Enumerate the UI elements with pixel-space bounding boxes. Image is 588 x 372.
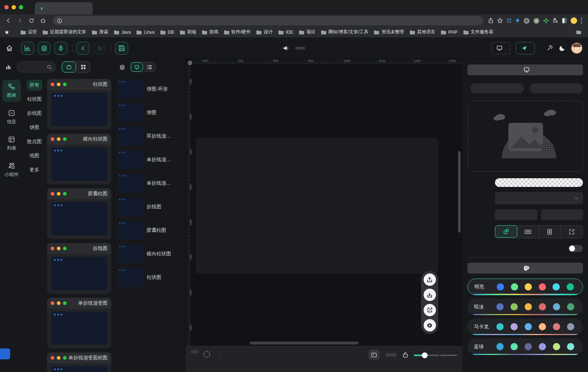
board-chart-5[interactable]	[348, 178, 411, 217]
settings-gear-icon[interactable]	[424, 319, 436, 331]
green-star-extension-icon[interactable]	[543, 18, 549, 24]
bookmark-folder[interactable]: 游戏	[202, 29, 218, 35]
magic-wand-icon[interactable]	[546, 45, 553, 51]
bookmark-folder[interactable]: 项目	[299, 29, 315, 35]
component-card[interactable]: 折线图	[47, 243, 111, 294]
close-window-button[interactable]	[4, 5, 9, 9]
component-card[interactable]: 柱状图	[47, 79, 111, 130]
board-chart-0[interactable]	[203, 142, 272, 185]
theme-color-header[interactable]	[467, 263, 583, 273]
edit-button[interactable]	[424, 304, 436, 316]
bookmark-folder[interactable]: Java	[114, 29, 131, 35]
charts-drawer-button[interactable]	[21, 42, 34, 55]
category-item[interactable]: 折线图	[24, 108, 45, 119]
horizontal-scrollbar[interactable]	[250, 342, 358, 344]
zoom-slider-knob[interactable]	[422, 352, 428, 358]
zoom-slider[interactable]	[414, 352, 457, 358]
publish-button[interactable]	[516, 42, 535, 54]
fit-stretch-button[interactable]	[561, 226, 583, 238]
user-avatar[interactable]	[571, 43, 582, 54]
theme-row-暗淡[interactable]: 暗淡	[467, 298, 583, 315]
back-icon[interactable]	[4, 16, 13, 25]
layer-item[interactable]: 折线图	[117, 197, 182, 216]
browser-tab[interactable]	[35, 2, 93, 14]
layer-item[interactable]: 胶囊柱图	[117, 221, 182, 240]
minimize-window-button[interactable]	[12, 5, 16, 9]
bookmark-folder[interactable]: 运营	[20, 29, 37, 35]
fit-height-button[interactable]	[539, 226, 561, 238]
sidebar-item-1[interactable]: A信息	[2, 106, 21, 128]
help-icon[interactable]	[203, 351, 210, 358]
component-card[interactable]: 横向柱状图	[47, 134, 111, 184]
search-input[interactable]	[17, 62, 56, 72]
clear-background-button[interactable]	[495, 209, 537, 220]
reload-icon[interactable]	[27, 16, 36, 25]
category-item[interactable]: 所有	[27, 80, 42, 91]
bookmark-folder[interactable]: PHP	[441, 29, 458, 35]
fit-scale-button[interactable]	[495, 225, 517, 238]
bookmark-folder[interactable]: 软件/硬件	[224, 29, 251, 35]
bookmark-folder[interactable]: 近期需要读的文章	[42, 29, 86, 35]
board-chart-1[interactable]	[277, 142, 344, 184]
layer-item[interactable]: 饼图-环形	[117, 80, 182, 99]
home-button[interactable]	[6, 45, 13, 52]
category-item[interactable]: 更多	[27, 164, 42, 175]
bookmark-folder[interactable]: DB	[160, 29, 174, 35]
zoom-select[interactable]	[385, 353, 397, 357]
sidebar-item-3[interactable]: 小组件	[2, 159, 21, 181]
theme-row-马卡龙[interactable]: 马卡龙	[467, 318, 583, 335]
zoom-window-button[interactable]	[19, 5, 23, 9]
reading-list-icon[interactable]	[562, 18, 567, 24]
width-stepper[interactable]	[470, 83, 524, 93]
component-card[interactable]: 单折线渐变图	[47, 298, 111, 348]
board-chart-7[interactable]	[283, 214, 345, 263]
layer-item[interactable]: 单折线渐…	[117, 150, 182, 169]
page-config-header[interactable]	[467, 64, 583, 75]
extension-grid-icon[interactable]	[507, 18, 512, 23]
bookmark-folder[interactable]: 搜索	[92, 29, 108, 35]
layers-drawer-button[interactable]	[38, 42, 51, 55]
dark-mode-moon-icon[interactable]	[559, 45, 566, 51]
command-extension-icon[interactable]: ⌘	[524, 18, 530, 24]
design-canvas[interactable]: 6007008009001000110012001300 20030040050…	[185, 59, 462, 372]
home-icon[interactable]	[38, 16, 48, 25]
board-chart-8[interactable]	[355, 217, 396, 257]
bookmark-folder[interactable]: 资讯未整理	[374, 29, 404, 35]
layer-item[interactable]: 饼图	[117, 103, 182, 122]
vertical-scrollbar[interactable]	[458, 151, 461, 233]
layer-item[interactable]: 单折线渐…	[117, 174, 182, 193]
bookmark-folder[interactable]: 前端	[180, 29, 196, 35]
sidebar-item-0[interactable]: 图表	[2, 80, 21, 102]
export-button[interactable]	[424, 273, 436, 286]
category-item[interactable]: 柱状图	[24, 94, 45, 105]
app-type-select[interactable]	[495, 192, 583, 204]
bookmark-folder[interactable]: Linux	[136, 29, 155, 35]
profile-avatar-icon[interactable]	[571, 17, 577, 24]
thumbnail-view-toggle[interactable]	[131, 62, 143, 72]
sidebar-item-2[interactable]: 列表	[2, 133, 21, 155]
share-icon[interactable]	[488, 18, 494, 24]
board-chart-6[interactable]	[211, 225, 272, 264]
layer-item[interactable]: 双折线渐…	[117, 127, 182, 146]
site-info-icon[interactable]	[57, 18, 62, 23]
redo-button[interactable]	[93, 42, 106, 55]
save-button[interactable]	[115, 42, 128, 55]
bookmark-folder[interactable]: IDE	[278, 29, 293, 35]
bookmark-folder[interactable]: 其他语言	[410, 29, 435, 35]
background-upload-dropzone[interactable]	[467, 101, 583, 172]
theme-row-明亮[interactable]: 明亮	[467, 279, 583, 295]
theme-row-蓝绿[interactable]: 蓝绿	[467, 338, 583, 355]
category-item[interactable]: 饼图	[27, 122, 42, 133]
bookmark-folder[interactable]: 文件服务器	[463, 29, 494, 35]
bg-color-swatch[interactable]	[495, 178, 583, 187]
fit-width-button[interactable]	[517, 226, 539, 238]
board-chart-2[interactable]	[348, 144, 410, 183]
bookmarks-star-icon[interactable]	[4, 30, 9, 35]
lock-icon[interactable]	[403, 352, 408, 358]
preview-button[interactable]	[491, 42, 510, 54]
url-bar[interactable]	[53, 16, 483, 25]
workspace-name-pill[interactable]	[295, 47, 305, 50]
more-menu-icon[interactable]	[581, 18, 582, 24]
component-card[interactable]: 胶囊柱图	[47, 188, 111, 239]
kite-extension-icon[interactable]	[515, 18, 520, 24]
